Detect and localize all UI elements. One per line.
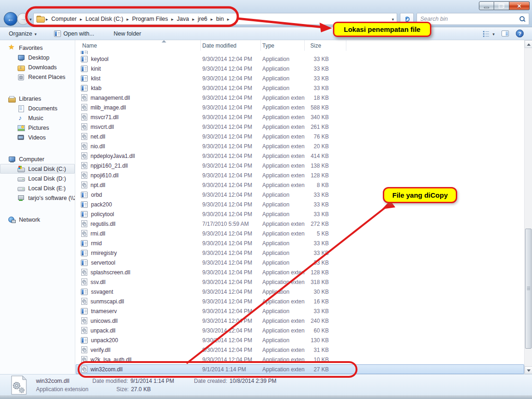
- file-row-net-dll[interactable]: net.dll9/30/2014 12:04 PMApplication ext…: [76, 132, 524, 141]
- sidebar-item-label: Videos: [28, 134, 46, 141]
- sidebar-item-documents[interactable]: Documents: [0, 103, 75, 113]
- column-header-size[interactable]: Size: [305, 40, 346, 51]
- forward-button[interactable]: [17, 13, 29, 25]
- breadcrumb-segment-computer[interactable]: Computer: [49, 16, 79, 22]
- column-header-name[interactable]: Name: [76, 40, 201, 51]
- file-name: sunmscapi.dll: [91, 298, 124, 305]
- help-button[interactable]: [516, 30, 524, 37]
- sidebar-item-videos[interactable]: Videos: [0, 133, 75, 142]
- file-row-management-dll[interactable]: management.dll9/30/2014 12:04 PMApplicat…: [76, 93, 524, 103]
- file-row-msvcrt-dll[interactable]: msvcrt.dll9/30/2014 12:04 PMApplication …: [76, 122, 524, 132]
- file-row-ssv-dll[interactable]: ssv.dll9/30/2014 12:04 PMApplication ext…: [76, 277, 524, 287]
- sidebar-section-favorites[interactable]: Favorites: [0, 43, 75, 53]
- file-row-rmiregistry[interactable]: rmiregistry9/30/2014 12:04 PMApplication…: [76, 248, 524, 258]
- file-row-mlib-image-dll[interactable]: mlib_image.dll9/30/2014 12:04 PMApplicat…: [76, 103, 524, 112]
- history-dropdown-icon[interactable]: [30, 16, 32, 22]
- sidebar-item-pictures[interactable]: Pictures: [0, 123, 75, 133]
- partial-file-row: [76, 51, 524, 54]
- breadcrumb-separator-icon[interactable]: [79, 16, 83, 22]
- file-row-ktab[interactable]: ktab9/30/2014 12:04 PMApplication33 KB: [76, 83, 524, 93]
- breadcrumb-separator-icon[interactable]: [226, 16, 230, 22]
- file-name: policytool: [91, 211, 114, 218]
- file-size: 16 KB: [305, 298, 346, 305]
- selected-file-type: Application extension: [36, 386, 88, 393]
- sidebar-item-tarjo-s-software-25[interactable]: tarjo's software (\\25: [0, 193, 75, 203]
- sidebar-item-music[interactable]: Music: [0, 113, 75, 123]
- restore-button[interactable]: [494, 1, 509, 10]
- breadcrumb-segment-program-files[interactable]: Program Files: [130, 16, 170, 22]
- sidebar-item-desktop[interactable]: Desktop: [0, 53, 75, 62]
- dll-file-icon: [81, 346, 87, 353]
- file-row-nio-dll[interactable]: nio.dll9/30/2014 12:04 PMApplication ext…: [76, 141, 524, 151]
- sidebar-item-local-disk-c[interactable]: Local Disk (C:): [0, 164, 75, 174]
- back-button[interactable]: [4, 12, 18, 26]
- file-type: Application extens...: [261, 95, 305, 101]
- file-row-win32com-dll[interactable]: win32com.dll9/1/2014 1:14 PMApplication …: [76, 364, 524, 374]
- breadcrumb-segment-local-disk-c[interactable]: Local Disk (C:): [83, 16, 126, 22]
- sidebar-section-network[interactable]: Network: [0, 215, 75, 224]
- breadcrumb-separator-icon[interactable]: [210, 16, 214, 22]
- file-row-npjpi160-21-dll[interactable]: npjpi160_21.dll9/30/2014 12:04 PMApplica…: [76, 161, 524, 170]
- breadcrumb-separator-icon[interactable]: [126, 16, 130, 22]
- file-row-servertool[interactable]: servertool9/30/2014 12:04 PMApplication3…: [76, 258, 524, 267]
- close-button[interactable]: [509, 1, 530, 10]
- file-row-sunmscapi-dll[interactable]: sunmscapi.dll9/30/2014 12:04 PMApplicati…: [76, 296, 524, 306]
- file-row-w2k-lsa-auth-dll[interactable]: w2k_lsa_auth.dll9/30/2014 12:04 PMApplic…: [76, 355, 524, 364]
- new-folder-button[interactable]: New folder: [114, 30, 141, 37]
- file-date-modified: 9/30/2014 12:04 PM: [201, 327, 261, 334]
- breadcrumb-segment-java[interactable]: Java: [175, 16, 191, 22]
- file-type: Application extens...: [261, 124, 305, 130]
- file-row-policytool[interactable]: policytool9/30/2014 12:04 PMApplication3…: [76, 209, 524, 219]
- sidebar-item-downloads[interactable]: Downloads: [0, 62, 75, 72]
- file-row-unpack200[interactable]: unpack2009/30/2014 12:04 PMApplication13…: [76, 335, 524, 345]
- scroll-up-button[interactable]: [525, 40, 532, 48]
- file-size: 10 KB: [305, 357, 346, 363]
- preview-pane-button[interactable]: [502, 30, 509, 36]
- file-row-regutils-dll[interactable]: regutils.dll7/17/2010 5:59 AMApplication…: [76, 219, 524, 229]
- file-date-modified: 9/30/2014 12:04 PM: [201, 201, 261, 208]
- file-row-pack200[interactable]: pack2009/30/2014 12:04 PMApplication33 K…: [76, 200, 524, 209]
- search-input[interactable]: [420, 16, 519, 22]
- change-view-button[interactable]: [483, 30, 495, 37]
- sidebar-section-computer[interactable]: Computer: [0, 154, 75, 164]
- sidebar-item-local-disk-e[interactable]: Local Disk (E:): [0, 183, 75, 193]
- vertical-scrollbar[interactable]: [524, 40, 532, 374]
- file-row-unicows-dll[interactable]: unicows.dll9/30/2014 12:04 PMApplication…: [76, 316, 524, 326]
- file-row-npt-dll[interactable]: npt.dll9/30/2014 12:04 PMApplication ext…: [76, 180, 524, 190]
- file-row-klist[interactable]: klist9/30/2014 12:04 PMApplication33 KB: [76, 73, 524, 83]
- file-row-verify-dll[interactable]: verify.dll9/30/2014 12:04 PMApplication …: [76, 345, 524, 355]
- sidebar-item-recent-places[interactable]: Recent Places: [0, 72, 75, 82]
- file-row-unpack-dll[interactable]: unpack.dll9/30/2014 12:04 PMApplication …: [76, 326, 524, 335]
- column-header-date-modified[interactable]: Date modified: [201, 40, 261, 51]
- file-row-tnameserv[interactable]: tnameserv9/30/2014 12:04 PMApplication33…: [76, 306, 524, 316]
- sidebar-section-libraries[interactable]: Libraries: [0, 94, 75, 103]
- scrollbar-thumb[interactable]: [525, 229, 532, 349]
- date-modified-label: Date modified:: [92, 378, 128, 384]
- file-row-ssvagent[interactable]: ssvagent9/30/2014 12:04 PMApplication30 …: [76, 287, 524, 296]
- file-row-npoji610-dll[interactable]: npoji610.dll9/30/2014 12:04 PMApplicatio…: [76, 170, 524, 180]
- file-size: 33 KB: [305, 66, 346, 72]
- file-row-npdeployjava1-dll[interactable]: npdeployJava1.dll9/30/2014 12:04 PMAppli…: [76, 151, 524, 161]
- file-name: ssvagent: [91, 289, 113, 295]
- file-row-kinit[interactable]: kinit9/30/2014 12:04 PMApplication33 KB: [76, 64, 524, 73]
- file-row-keytool[interactable]: keytool9/30/2014 12:04 PMApplication33 K…: [76, 54, 524, 64]
- file-row-rmi-dll[interactable]: rmi.dll9/30/2014 12:04 PMApplication ext…: [76, 229, 524, 238]
- scroll-down-button[interactable]: [525, 366, 532, 374]
- column-header-type[interactable]: Type: [261, 40, 305, 51]
- search-icon[interactable]: [519, 16, 526, 22]
- breadcrumb-segment-bin[interactable]: bin: [214, 16, 226, 22]
- breadcrumb-separator-icon[interactable]: [170, 16, 175, 22]
- breadcrumb-separator-icon[interactable]: [191, 16, 195, 22]
- open-with-button[interactable]: Open with...: [54, 30, 94, 37]
- file-row-splashscreen-dll[interactable]: splashscreen.dll9/30/2014 12:04 PMApplic…: [76, 267, 524, 277]
- file-row-rmid[interactable]: rmid9/30/2014 12:04 PMApplication33 KB: [76, 238, 524, 248]
- app-file-icon: [81, 51, 88, 54]
- organize-button[interactable]: Organize: [9, 30, 36, 37]
- breadcrumb-segment-jre6[interactable]: jre6: [195, 16, 210, 22]
- file-date-modified: 9/30/2014 12:04 PM: [201, 182, 261, 188]
- address-dropdown-icon[interactable]: [392, 16, 394, 22]
- file-name: unpack.dll: [91, 327, 115, 334]
- minimize-button[interactable]: [479, 1, 494, 10]
- sidebar-item-local-disk-d[interactable]: Local Disk (D:): [0, 174, 75, 183]
- file-row-msvcr71-dll[interactable]: msvcr71.dll9/30/2014 12:04 PMApplication…: [76, 112, 524, 122]
